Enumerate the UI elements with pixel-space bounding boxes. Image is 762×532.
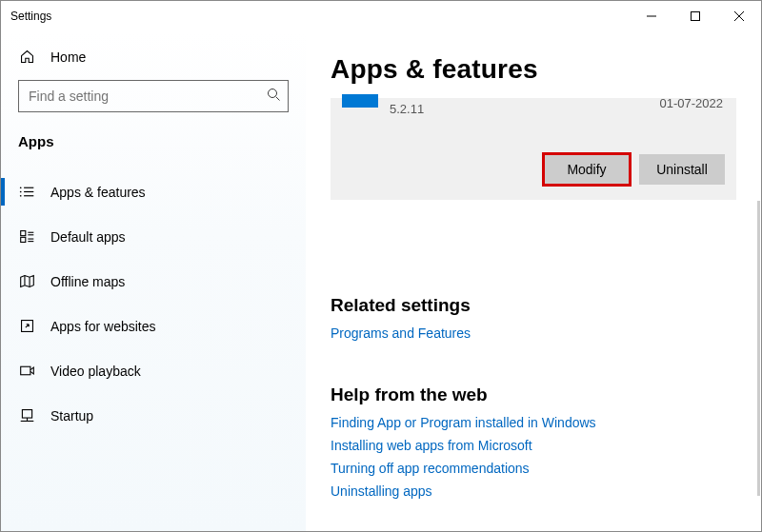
open-icon xyxy=(18,318,35,334)
window-title: Settings xyxy=(10,10,51,23)
window-controls xyxy=(630,1,761,31)
close-button[interactable] xyxy=(717,1,761,31)
sidebar-item-offline-maps[interactable]: Offline maps xyxy=(1,262,306,301)
titlebar: Settings xyxy=(1,1,761,31)
search-input[interactable] xyxy=(18,80,289,112)
svg-rect-21 xyxy=(20,366,30,375)
svg-rect-12 xyxy=(20,231,25,236)
sidebar-item-label: Video playback xyxy=(50,364,141,379)
scrollbar[interactable] xyxy=(757,201,760,496)
list-icon xyxy=(18,184,35,200)
link-help-turning-off-recommendations[interactable]: Turning off app recommendations xyxy=(331,461,736,476)
sidebar-item-video-playback[interactable]: Video playback xyxy=(1,351,306,390)
minimize-button[interactable] xyxy=(630,1,673,31)
sidebar-item-startup[interactable]: Startup xyxy=(1,396,306,435)
svg-rect-13 xyxy=(20,237,25,242)
sidebar: Home Apps Apps & features Default apps xyxy=(1,31,306,531)
home-nav[interactable]: Home xyxy=(1,41,306,72)
svg-rect-22 xyxy=(22,410,31,419)
maximize-button[interactable] xyxy=(673,1,717,31)
search-container xyxy=(18,80,289,112)
app-version: 5.2.11 xyxy=(390,98,424,116)
map-icon xyxy=(18,273,35,289)
app-icon xyxy=(342,94,378,108)
sidebar-item-label: Apps for websites xyxy=(50,319,156,334)
svg-point-4 xyxy=(269,89,277,98)
help-heading: Help from the web xyxy=(331,384,736,405)
sidebar-item-label: Apps & features xyxy=(50,185,146,200)
video-icon xyxy=(18,363,35,379)
related-settings-heading: Related settings xyxy=(331,295,736,316)
page-title: Apps & features xyxy=(331,54,736,85)
link-help-uninstalling-apps[interactable]: Uninstalling apps xyxy=(331,483,736,499)
startup-icon xyxy=(18,407,35,424)
home-label: Home xyxy=(50,49,86,65)
defaults-icon xyxy=(18,228,35,245)
svg-line-5 xyxy=(276,97,280,101)
modify-button[interactable]: Modify xyxy=(544,154,630,185)
sidebar-item-apps-for-websites[interactable]: Apps for websites xyxy=(1,306,306,345)
home-icon xyxy=(18,49,35,65)
sidebar-heading: Apps xyxy=(1,122,306,167)
sidebar-item-label: Default apps xyxy=(50,229,126,245)
uninstall-button[interactable]: Uninstall xyxy=(639,154,725,185)
app-card: 5.2.11 01-07-2022 Modify Uninstall xyxy=(331,98,736,200)
search-icon xyxy=(267,88,281,105)
svg-rect-1 xyxy=(692,12,700,21)
link-help-installing-web-apps[interactable]: Installing web apps from Microsoft xyxy=(331,438,736,453)
main-content: Apps & features 5.2.11 01-07-2022 Modify… xyxy=(306,31,761,531)
sidebar-item-apps-features[interactable]: Apps & features xyxy=(1,172,306,211)
link-programs-and-features[interactable]: Programs and Features xyxy=(331,325,736,341)
link-help-finding-app[interactable]: Finding App or Program installed in Wind… xyxy=(331,415,736,430)
sidebar-item-label: Startup xyxy=(50,408,93,424)
app-date: 01-07-2022 xyxy=(660,96,724,110)
sidebar-item-label: Offline maps xyxy=(50,274,125,289)
sidebar-item-default-apps[interactable]: Default apps xyxy=(1,217,306,256)
